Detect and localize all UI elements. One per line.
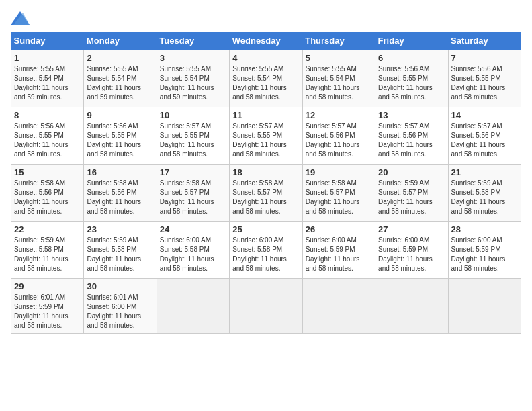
day-number: 24 bbox=[160, 224, 226, 234]
calendar-cell bbox=[448, 279, 521, 334]
calendar-cell: 30Sunrise: 6:01 AM Sunset: 6:00 PM Dayli… bbox=[84, 279, 157, 334]
calendar-cell: 19Sunrise: 5:58 AM Sunset: 5:57 PM Dayli… bbox=[302, 165, 375, 222]
calendar-cell: 5Sunrise: 5:55 AM Sunset: 5:54 PM Daylig… bbox=[302, 50, 375, 107]
calendar-cell: 8Sunrise: 5:56 AM Sunset: 5:55 PM Daylig… bbox=[11, 107, 84, 165]
day-info: Sunrise: 5:56 AM Sunset: 5:55 PM Dayligh… bbox=[14, 122, 81, 159]
day-number: 7 bbox=[451, 53, 518, 63]
day-number: 13 bbox=[378, 110, 445, 120]
day-info: Sunrise: 6:01 AM Sunset: 6:00 PM Dayligh… bbox=[87, 293, 153, 330]
day-info: Sunrise: 5:57 AM Sunset: 5:55 PM Dayligh… bbox=[232, 122, 299, 159]
day-number: 1 bbox=[14, 53, 81, 63]
calendar-cell: 10Sunrise: 5:57 AM Sunset: 5:55 PM Dayli… bbox=[157, 107, 229, 165]
day-info: Sunrise: 5:59 AM Sunset: 5:58 PM Dayligh… bbox=[451, 179, 518, 216]
day-number: 11 bbox=[232, 110, 299, 120]
calendar-cell: 13Sunrise: 5:57 AM Sunset: 5:56 PM Dayli… bbox=[375, 107, 448, 165]
day-number: 26 bbox=[306, 224, 372, 234]
calendar-cell: 12Sunrise: 5:57 AM Sunset: 5:56 PM Dayli… bbox=[302, 107, 375, 165]
day-info: Sunrise: 5:59 AM Sunset: 5:58 PM Dayligh… bbox=[14, 236, 81, 273]
day-info: Sunrise: 6:01 AM Sunset: 5:59 PM Dayligh… bbox=[14, 293, 81, 330]
calendar-cell: 4Sunrise: 5:55 AM Sunset: 5:54 PM Daylig… bbox=[230, 50, 302, 107]
calendar-cell bbox=[157, 279, 229, 334]
day-info: Sunrise: 5:55 AM Sunset: 5:54 PM Dayligh… bbox=[232, 64, 299, 102]
header-monday: Monday bbox=[84, 32, 157, 50]
calendar-cell bbox=[302, 279, 375, 334]
day-number: 4 bbox=[232, 53, 299, 63]
calendar-cell: 14Sunrise: 5:57 AM Sunset: 5:56 PM Dayli… bbox=[448, 107, 521, 165]
day-number: 25 bbox=[232, 224, 299, 234]
day-info: Sunrise: 6:00 AM Sunset: 5:58 PM Dayligh… bbox=[160, 236, 226, 273]
calendar-cell bbox=[375, 279, 448, 334]
day-info: Sunrise: 5:57 AM Sunset: 5:56 PM Dayligh… bbox=[378, 122, 445, 159]
calendar-cell: 28Sunrise: 6:00 AM Sunset: 5:59 PM Dayli… bbox=[448, 222, 521, 279]
day-number: 10 bbox=[160, 110, 226, 120]
calendar-cell: 16Sunrise: 5:58 AM Sunset: 5:56 PM Dayli… bbox=[84, 165, 157, 222]
day-info: Sunrise: 6:00 AM Sunset: 5:59 PM Dayligh… bbox=[306, 236, 372, 273]
calendar-cell-1: 1Sunrise: 5:55 AM Sunset: 5:54 PM Daylig… bbox=[11, 50, 84, 107]
calendar-cell: 6Sunrise: 5:56 AM Sunset: 5:55 PM Daylig… bbox=[375, 50, 448, 107]
day-number: 19 bbox=[306, 167, 372, 177]
week-row-4: 22Sunrise: 5:59 AM Sunset: 5:58 PM Dayli… bbox=[11, 222, 521, 279]
calendar-cell: 27Sunrise: 6:00 AM Sunset: 5:59 PM Dayli… bbox=[375, 222, 448, 279]
calendar-cell: 11Sunrise: 5:57 AM Sunset: 5:55 PM Dayli… bbox=[230, 107, 302, 165]
week-row-5: 29Sunrise: 6:01 AM Sunset: 5:59 PM Dayli… bbox=[11, 279, 521, 334]
header-thursday: Thursday bbox=[302, 32, 375, 50]
day-number: 17 bbox=[160, 167, 226, 177]
day-number: 8 bbox=[14, 110, 81, 120]
header-row: SundayMondayTuesdayWednesdayThursdayFrid… bbox=[11, 32, 521, 50]
day-number: 21 bbox=[451, 167, 518, 177]
day-number: 14 bbox=[451, 110, 518, 120]
day-number: 29 bbox=[14, 281, 81, 291]
day-number: 3 bbox=[160, 53, 226, 63]
day-number: 15 bbox=[14, 167, 81, 177]
day-info: Sunrise: 5:57 AM Sunset: 5:56 PM Dayligh… bbox=[451, 122, 518, 159]
day-number: 5 bbox=[306, 53, 372, 63]
day-info: Sunrise: 5:58 AM Sunset: 5:57 PM Dayligh… bbox=[306, 179, 372, 216]
week-row-3: 15Sunrise: 5:58 AM Sunset: 5:56 PM Dayli… bbox=[11, 165, 521, 222]
calendar-cell: 20Sunrise: 5:59 AM Sunset: 5:57 PM Dayli… bbox=[375, 165, 448, 222]
calendar-cell: 23Sunrise: 5:59 AM Sunset: 5:58 PM Dayli… bbox=[84, 222, 157, 279]
calendar-cell: 26Sunrise: 6:00 AM Sunset: 5:59 PM Dayli… bbox=[302, 222, 375, 279]
day-info: Sunrise: 5:58 AM Sunset: 5:57 PM Dayligh… bbox=[232, 179, 299, 216]
header-sunday: Sunday bbox=[11, 32, 84, 50]
day-info: Sunrise: 5:56 AM Sunset: 5:55 PM Dayligh… bbox=[378, 64, 445, 102]
day-number: 23 bbox=[87, 224, 153, 234]
day-info: Sunrise: 5:55 AM Sunset: 5:54 PM Dayligh… bbox=[87, 64, 153, 102]
calendar-cell: 3Sunrise: 5:55 AM Sunset: 5:54 PM Daylig… bbox=[157, 50, 229, 107]
calendar-cell: 21Sunrise: 5:59 AM Sunset: 5:58 PM Dayli… bbox=[448, 165, 521, 222]
day-number: 20 bbox=[378, 167, 445, 177]
day-number: 16 bbox=[87, 167, 153, 177]
calendar-table: SundayMondayTuesdayWednesdayThursdayFrid… bbox=[11, 32, 521, 334]
day-info: Sunrise: 5:58 AM Sunset: 5:56 PM Dayligh… bbox=[14, 179, 81, 216]
day-info: Sunrise: 6:00 AM Sunset: 5:59 PM Dayligh… bbox=[378, 236, 445, 273]
calendar-cell: 25Sunrise: 6:00 AM Sunset: 5:58 PM Dayli… bbox=[230, 222, 302, 279]
day-info: Sunrise: 5:57 AM Sunset: 5:55 PM Dayligh… bbox=[160, 122, 226, 159]
calendar-cell bbox=[230, 279, 302, 334]
day-number: 22 bbox=[14, 224, 81, 234]
day-info: Sunrise: 5:56 AM Sunset: 5:55 PM Dayligh… bbox=[451, 64, 518, 102]
calendar-cell: 7Sunrise: 5:56 AM Sunset: 5:55 PM Daylig… bbox=[448, 50, 521, 107]
day-number: 28 bbox=[451, 224, 518, 234]
header bbox=[11, 11, 521, 25]
day-info: Sunrise: 6:00 AM Sunset: 5:59 PM Dayligh… bbox=[451, 236, 518, 273]
calendar-cell: 22Sunrise: 5:59 AM Sunset: 5:58 PM Dayli… bbox=[11, 222, 84, 279]
header-tuesday: Tuesday bbox=[157, 32, 229, 50]
day-info: Sunrise: 6:00 AM Sunset: 5:58 PM Dayligh… bbox=[232, 236, 299, 273]
week-row-1: 1Sunrise: 5:55 AM Sunset: 5:54 PM Daylig… bbox=[11, 50, 521, 107]
day-number: 2 bbox=[87, 53, 153, 63]
calendar-cell: 15Sunrise: 5:58 AM Sunset: 5:56 PM Dayli… bbox=[11, 165, 84, 222]
day-number: 30 bbox=[87, 281, 153, 291]
calendar-cell: 9Sunrise: 5:56 AM Sunset: 5:55 PM Daylig… bbox=[84, 107, 157, 165]
day-number: 9 bbox=[87, 110, 153, 120]
day-info: Sunrise: 5:55 AM Sunset: 5:54 PM Dayligh… bbox=[160, 64, 226, 102]
day-number: 27 bbox=[378, 224, 445, 234]
logo bbox=[11, 11, 32, 25]
day-number: 18 bbox=[232, 167, 299, 177]
header-friday: Friday bbox=[375, 32, 448, 50]
day-info: Sunrise: 5:55 AM Sunset: 5:54 PM Dayligh… bbox=[306, 64, 372, 102]
calendar-cell: 18Sunrise: 5:58 AM Sunset: 5:57 PM Dayli… bbox=[230, 165, 302, 222]
header-saturday: Saturday bbox=[448, 32, 521, 50]
day-info: Sunrise: 5:58 AM Sunset: 5:56 PM Dayligh… bbox=[87, 179, 153, 216]
header-wednesday: Wednesday bbox=[230, 32, 302, 50]
calendar-cell: 29Sunrise: 6:01 AM Sunset: 5:59 PM Dayli… bbox=[11, 279, 84, 334]
day-number: 12 bbox=[306, 110, 372, 120]
